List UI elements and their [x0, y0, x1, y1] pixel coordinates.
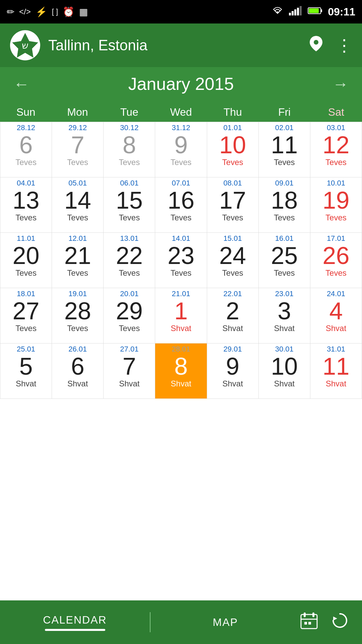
table-row[interactable]: 02.0111Teves [259, 122, 310, 177]
cell-day-number: 9 [226, 354, 239, 378]
table-row[interactable]: 30.128Teves [104, 122, 155, 177]
cell-hebrew-label: Shvat [326, 324, 346, 333]
cell-top-date: 02.01 [275, 123, 294, 132]
cell-top-date: 13.01 [120, 234, 138, 243]
cell-day-number: 25 [271, 244, 298, 268]
table-row[interactable]: 05.0114Teves [52, 177, 104, 233]
cell-day-number: 19 [322, 188, 349, 212]
table-row[interactable]: 24.014Shvat [310, 288, 362, 343]
refresh-icon[interactable] [331, 612, 349, 633]
table-row[interactable]: 20.0129Teves [104, 288, 155, 343]
table-row[interactable]: 25.015Shvat [0, 343, 52, 399]
cell-day-number: 21 [64, 244, 91, 268]
cell-hebrew-label: Teves [119, 158, 140, 167]
table-row[interactable]: 08.0117Teves [207, 177, 259, 233]
table-row[interactable]: 31.0111Shvat [310, 343, 362, 399]
table-row[interactable]: 13.0122Teves [104, 233, 155, 288]
map-tab[interactable]: MAP [150, 600, 300, 644]
cell-hebrew-label: Teves [274, 268, 295, 278]
table-row[interactable]: 12.0121Teves [52, 233, 104, 288]
table-row[interactable]: 21.011Shvat [155, 288, 207, 343]
cell-hebrew-label: Teves [119, 324, 140, 333]
cell-hebrew-label: Shvat [171, 324, 191, 333]
cell-day-number: 8 [123, 133, 136, 157]
cell-hebrew-label: Teves [15, 268, 37, 278]
table-row[interactable]: 11.0120Teves [0, 233, 52, 288]
day-header-sat: Sat [310, 101, 362, 122]
calendar-tab[interactable]: CALENDAR [0, 600, 150, 644]
bottom-navigation: CALENDAR MAP [0, 600, 362, 644]
table-row[interactable]: 07.0116Teves [155, 177, 207, 233]
cell-top-date: 28.12 [17, 123, 35, 132]
battery-icon [308, 7, 322, 17]
cell-top-date: 29.01 [224, 345, 242, 354]
cell-hebrew-label: Teves [15, 324, 37, 333]
table-row[interactable]: 14.0123Teves [155, 233, 207, 288]
cell-day-number: 5 [19, 354, 33, 378]
svg-rect-15 [304, 622, 307, 625]
location-pin-icon[interactable] [310, 36, 322, 55]
next-month-button[interactable]: → [333, 75, 349, 93]
app-location-title: Tallinn, Estonia [48, 37, 310, 54]
cell-top-date: 28.01 [172, 345, 190, 354]
cell-day-number: 27 [13, 299, 40, 323]
brackets-icon: [ ] [52, 7, 58, 16]
status-bar: ✏ </> ⚡ [ ] ⏰ ▦ [0, 0, 362, 23]
table-row[interactable]: 28.018Shvat [155, 343, 207, 399]
cell-day-number: 6 [19, 133, 33, 157]
cell-hebrew-label: Shvat [222, 324, 243, 333]
table-row[interactable]: 09.0118Teves [259, 177, 310, 233]
svg-rect-6 [321, 9, 322, 12]
table-row[interactable]: 10.0119Teves [310, 177, 362, 233]
day-headers: Sun Mon Tue Wed Thu Fri Sat [0, 101, 362, 122]
table-row[interactable]: 15.0124Teves [207, 233, 259, 288]
table-row[interactable]: 06.0115Teves [104, 177, 155, 233]
cell-day-number: 10 [271, 354, 298, 378]
cell-day-number: 11 [271, 133, 298, 157]
cell-top-date: 31.12 [172, 123, 190, 132]
edit-icon: ✏ [7, 6, 14, 17]
table-row[interactable]: 29.127Teves [52, 122, 104, 177]
svg-rect-4 [300, 6, 302, 15]
cell-top-date: 10.01 [327, 179, 345, 187]
calendar: Sun Mon Tue Wed Thu Fri Sat 28.126Teves2… [0, 101, 362, 399]
table-row[interactable]: 26.016Shvat [52, 343, 104, 399]
table-row[interactable]: 16.0125Teves [259, 233, 310, 288]
day-header-wed: Wed [155, 101, 207, 122]
cell-day-number: 12 [322, 133, 349, 157]
cell-top-date: 03.01 [327, 123, 345, 132]
cell-top-date: 24.01 [327, 289, 345, 298]
table-row[interactable]: 23.013Shvat [259, 288, 310, 343]
cell-hebrew-label: Shvat [222, 379, 243, 388]
table-row[interactable]: 22.012Shvat [207, 288, 259, 343]
more-vert-icon[interactable]: ⋮ [336, 36, 352, 55]
cell-hebrew-label: Teves [67, 213, 88, 222]
cell-hebrew-label: Shvat [67, 379, 88, 388]
day-header-mon: Mon [52, 101, 103, 122]
cell-top-date: 30.12 [120, 123, 138, 132]
table-row[interactable]: 27.017Shvat [104, 343, 155, 399]
table-row[interactable]: 01.0110Teves [207, 122, 259, 177]
cell-day-number: 4 [329, 299, 343, 323]
table-row[interactable]: 17.0126Teves [310, 233, 362, 288]
table-row[interactable]: 28.126Teves [0, 122, 52, 177]
table-row[interactable]: 03.0112Teves [310, 122, 362, 177]
calendar-icon[interactable] [300, 612, 318, 633]
cell-day-number: 18 [271, 188, 298, 212]
table-row[interactable]: 04.0113Teves [0, 177, 52, 233]
table-row[interactable]: 30.0110Shvat [259, 343, 310, 399]
cell-top-date: 23.01 [275, 289, 294, 298]
cell-hebrew-label: Teves [171, 158, 192, 167]
svg-rect-13 [312, 612, 314, 617]
table-row[interactable]: 19.0128Teves [52, 288, 104, 343]
svg-marker-17 [333, 616, 337, 621]
cell-day-number: 28 [64, 299, 91, 323]
table-row[interactable]: 31.129Teves [155, 122, 207, 177]
cell-top-date: 09.01 [275, 179, 294, 187]
cell-top-date: 18.01 [17, 289, 35, 298]
table-row[interactable]: 18.0127Teves [0, 288, 52, 343]
barcode-icon: ▦ [79, 6, 88, 17]
prev-month-button[interactable]: ← [13, 75, 29, 93]
table-row[interactable]: 29.019Shvat [207, 343, 259, 399]
cell-hebrew-label: Teves [171, 268, 192, 278]
